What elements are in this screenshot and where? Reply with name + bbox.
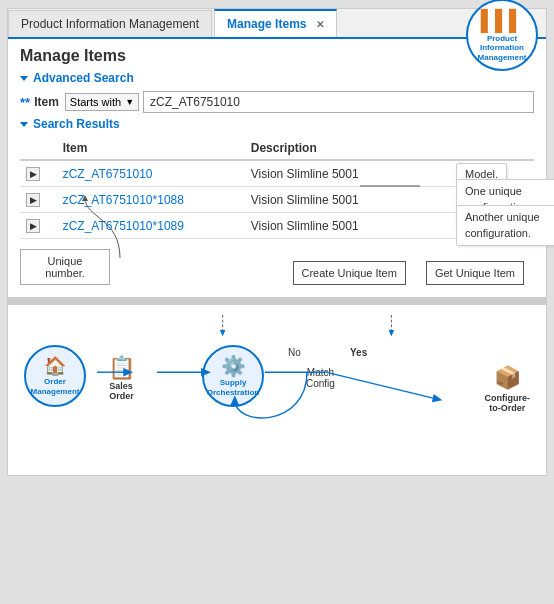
sales-order-node[interactable]: 📋 SalesOrder — [108, 355, 135, 401]
advanced-search-label: Advanced Search — [33, 71, 134, 85]
logo-icon: ▌▌▌ — [481, 8, 524, 32]
sales-order-label: SalesOrder — [109, 381, 134, 401]
tab-manage-items[interactable]: Manage Items ✕ — [214, 9, 337, 37]
advanced-search-header[interactable]: Advanced Search — [20, 71, 534, 85]
search-results-header[interactable]: Search Results — [20, 117, 534, 131]
col-callout-space — [414, 137, 534, 160]
supply-orchestration-label: SupplyOrchestration — [207, 378, 259, 397]
operator-label: Starts with — [70, 96, 121, 108]
tab-bar: Product Information Management Manage It… — [8, 9, 546, 39]
configure-to-order-node[interactable]: 📦 Configure-to-Order — [485, 365, 531, 413]
supply-orchestration-icon: ⚙️ — [221, 354, 246, 378]
col-description: Description — [245, 137, 414, 160]
top-section: Manage Items Advanced Search ** Item Sta… — [8, 39, 546, 299]
match-config-label: Match Config — [306, 367, 335, 389]
unique-number-box: Unique number. — [20, 249, 110, 285]
search-row: ** Item Starts with ▼ — [20, 91, 534, 113]
desc-3: Vision Slimline 5001 — [245, 213, 414, 239]
expand-button[interactable]: ▶ — [26, 219, 40, 233]
diagram-inner: 🏠 OrderManagement 📋 SalesOrder ⚙️ Supply… — [20, 315, 534, 465]
search-results-label: Search Results — [33, 117, 120, 131]
chevron-down-icon: ▼ — [125, 97, 134, 107]
collapse-results-icon — [20, 122, 28, 127]
get-unique-item-box[interactable]: Get Unique Item — [426, 261, 524, 285]
yes-label: Yes — [350, 347, 367, 358]
configure-to-order-icon: 📦 — [494, 365, 521, 391]
item-link-2[interactable]: zCZ_AT6751010*1088 — [63, 193, 184, 207]
expand-button[interactable]: ▶ — [26, 193, 40, 207]
required-stars: ** — [20, 95, 30, 110]
search-input[interactable] — [143, 91, 534, 113]
order-management-icon: 🏠 — [44, 355, 66, 377]
diagram-arrows — [20, 315, 534, 465]
page-title: Manage Items — [20, 47, 534, 65]
sales-order-icon: 📋 — [108, 355, 135, 381]
order-management-node[interactable]: 🏠 OrderManagement — [24, 345, 86, 407]
create-unique-item-box[interactable]: Create Unique Item — [293, 261, 406, 285]
main-container: Product Information Management Manage It… — [7, 8, 547, 476]
tab-pim-label: Product Information Management — [21, 17, 199, 31]
tab-pim[interactable]: Product Information Management — [8, 10, 212, 37]
svg-line-4 — [326, 372, 439, 399]
no-label: No — [288, 347, 301, 358]
col-item: Item — [57, 137, 245, 160]
search-operator-dropdown[interactable]: Starts with ▼ — [65, 93, 139, 111]
configure-to-order-label: Configure-to-Order — [485, 393, 531, 413]
collapse-icon — [20, 76, 28, 81]
logo-text: Product Information Management — [478, 34, 527, 63]
results-wrapper: Item Description ▶ zCZ_AT6751010 Vision … — [20, 137, 534, 289]
supply-orchestration-node[interactable]: ⚙️ SupplyOrchestration — [202, 345, 264, 407]
tab-manage-items-label: Manage Items — [227, 17, 306, 31]
order-management-label: OrderManagement — [31, 377, 80, 396]
logo-badge: ▌▌▌ Product Information Management — [466, 0, 538, 71]
close-icon[interactable]: ✕ — [316, 19, 324, 30]
item-link-1[interactable]: zCZ_AT6751010 — [63, 167, 153, 181]
expand-button[interactable]: ▶ — [26, 167, 40, 181]
col-expand — [20, 137, 57, 160]
results-table: Item Description ▶ zCZ_AT6751010 Vision … — [20, 137, 534, 239]
item-field-label: Item — [34, 95, 59, 109]
diagram-section: 🏠 OrderManagement 📋 SalesOrder ⚙️ Supply… — [8, 305, 546, 475]
